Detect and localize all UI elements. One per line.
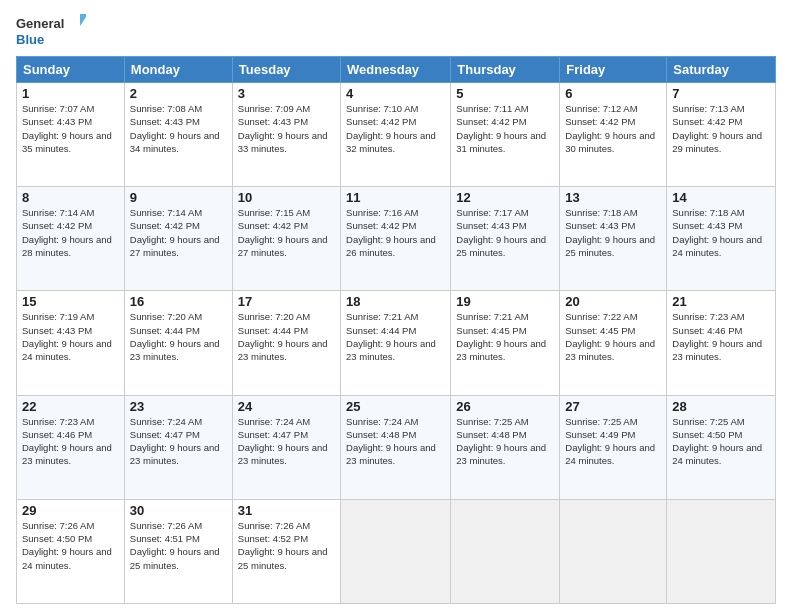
calendar-cell: 14 Sunrise: 7:18 AMSunset: 4:43 PMDaylig… xyxy=(667,187,776,291)
day-number: 20 xyxy=(565,294,661,309)
calendar-cell: 13 Sunrise: 7:18 AMSunset: 4:43 PMDaylig… xyxy=(560,187,667,291)
calendar-cell: 8 Sunrise: 7:14 AMSunset: 4:42 PMDayligh… xyxy=(17,187,125,291)
weekday-header-tuesday: Tuesday xyxy=(232,57,340,83)
calendar-cell: 10 Sunrise: 7:15 AMSunset: 4:42 PMDaylig… xyxy=(232,187,340,291)
calendar-cell: 11 Sunrise: 7:16 AMSunset: 4:42 PMDaylig… xyxy=(341,187,451,291)
svg-text:General: General xyxy=(16,16,64,31)
weekday-header-wednesday: Wednesday xyxy=(341,57,451,83)
day-number: 22 xyxy=(22,399,119,414)
day-info: Sunrise: 7:14 AMSunset: 4:42 PMDaylight:… xyxy=(130,207,220,258)
calendar-cell: 24 Sunrise: 7:24 AMSunset: 4:47 PMDaylig… xyxy=(232,395,340,499)
calendar-cell: 3 Sunrise: 7:09 AMSunset: 4:43 PMDayligh… xyxy=(232,83,340,187)
day-number: 21 xyxy=(672,294,770,309)
day-info: Sunrise: 7:25 AMSunset: 4:49 PMDaylight:… xyxy=(565,416,655,467)
day-info: Sunrise: 7:15 AMSunset: 4:42 PMDaylight:… xyxy=(238,207,328,258)
day-number: 30 xyxy=(130,503,227,518)
weekday-header-monday: Monday xyxy=(124,57,232,83)
day-info: Sunrise: 7:12 AMSunset: 4:42 PMDaylight:… xyxy=(565,103,655,154)
day-number: 29 xyxy=(22,503,119,518)
day-number: 16 xyxy=(130,294,227,309)
calendar-cell: 27 Sunrise: 7:25 AMSunset: 4:49 PMDaylig… xyxy=(560,395,667,499)
calendar-cell: 20 Sunrise: 7:22 AMSunset: 4:45 PMDaylig… xyxy=(560,291,667,395)
day-info: Sunrise: 7:14 AMSunset: 4:42 PMDaylight:… xyxy=(22,207,112,258)
weekday-header-sunday: Sunday xyxy=(17,57,125,83)
calendar-cell xyxy=(451,499,560,603)
weekday-header-saturday: Saturday xyxy=(667,57,776,83)
calendar-cell xyxy=(560,499,667,603)
calendar-cell: 9 Sunrise: 7:14 AMSunset: 4:42 PMDayligh… xyxy=(124,187,232,291)
day-info: Sunrise: 7:24 AMSunset: 4:47 PMDaylight:… xyxy=(238,416,328,467)
day-number: 31 xyxy=(238,503,335,518)
calendar-cell xyxy=(667,499,776,603)
day-number: 2 xyxy=(130,86,227,101)
day-number: 6 xyxy=(565,86,661,101)
calendar-cell: 30 Sunrise: 7:26 AMSunset: 4:51 PMDaylig… xyxy=(124,499,232,603)
day-info: Sunrise: 7:20 AMSunset: 4:44 PMDaylight:… xyxy=(130,311,220,362)
day-info: Sunrise: 7:25 AMSunset: 4:50 PMDaylight:… xyxy=(672,416,762,467)
day-info: Sunrise: 7:24 AMSunset: 4:48 PMDaylight:… xyxy=(346,416,436,467)
calendar-cell: 15 Sunrise: 7:19 AMSunset: 4:43 PMDaylig… xyxy=(17,291,125,395)
svg-marker-3 xyxy=(80,14,86,26)
calendar-cell: 22 Sunrise: 7:23 AMSunset: 4:46 PMDaylig… xyxy=(17,395,125,499)
day-number: 26 xyxy=(456,399,554,414)
day-info: Sunrise: 7:23 AMSunset: 4:46 PMDaylight:… xyxy=(22,416,112,467)
day-number: 9 xyxy=(130,190,227,205)
calendar-cell: 4 Sunrise: 7:10 AMSunset: 4:42 PMDayligh… xyxy=(341,83,451,187)
calendar-cell: 29 Sunrise: 7:26 AMSunset: 4:50 PMDaylig… xyxy=(17,499,125,603)
calendar-cell: 19 Sunrise: 7:21 AMSunset: 4:45 PMDaylig… xyxy=(451,291,560,395)
day-info: Sunrise: 7:11 AMSunset: 4:42 PMDaylight:… xyxy=(456,103,546,154)
day-number: 28 xyxy=(672,399,770,414)
day-info: Sunrise: 7:16 AMSunset: 4:42 PMDaylight:… xyxy=(346,207,436,258)
calendar-cell: 6 Sunrise: 7:12 AMSunset: 4:42 PMDayligh… xyxy=(560,83,667,187)
day-info: Sunrise: 7:24 AMSunset: 4:47 PMDaylight:… xyxy=(130,416,220,467)
day-number: 3 xyxy=(238,86,335,101)
calendar-cell: 31 Sunrise: 7:26 AMSunset: 4:52 PMDaylig… xyxy=(232,499,340,603)
day-info: Sunrise: 7:08 AMSunset: 4:43 PMDaylight:… xyxy=(130,103,220,154)
day-number: 11 xyxy=(346,190,445,205)
day-number: 23 xyxy=(130,399,227,414)
day-info: Sunrise: 7:07 AMSunset: 4:43 PMDaylight:… xyxy=(22,103,112,154)
day-number: 5 xyxy=(456,86,554,101)
calendar-cell: 25 Sunrise: 7:24 AMSunset: 4:48 PMDaylig… xyxy=(341,395,451,499)
day-info: Sunrise: 7:17 AMSunset: 4:43 PMDaylight:… xyxy=(456,207,546,258)
day-number: 19 xyxy=(456,294,554,309)
day-info: Sunrise: 7:23 AMSunset: 4:46 PMDaylight:… xyxy=(672,311,762,362)
day-number: 27 xyxy=(565,399,661,414)
day-info: Sunrise: 7:21 AMSunset: 4:44 PMDaylight:… xyxy=(346,311,436,362)
day-number: 25 xyxy=(346,399,445,414)
svg-text:Blue: Blue xyxy=(16,32,44,47)
day-number: 14 xyxy=(672,190,770,205)
logo: General Blue xyxy=(16,12,86,50)
calendar-cell: 26 Sunrise: 7:25 AMSunset: 4:48 PMDaylig… xyxy=(451,395,560,499)
day-info: Sunrise: 7:26 AMSunset: 4:50 PMDaylight:… xyxy=(22,520,112,571)
calendar-cell: 21 Sunrise: 7:23 AMSunset: 4:46 PMDaylig… xyxy=(667,291,776,395)
day-info: Sunrise: 7:26 AMSunset: 4:51 PMDaylight:… xyxy=(130,520,220,571)
day-number: 7 xyxy=(672,86,770,101)
calendar-cell: 17 Sunrise: 7:20 AMSunset: 4:44 PMDaylig… xyxy=(232,291,340,395)
day-info: Sunrise: 7:10 AMSunset: 4:42 PMDaylight:… xyxy=(346,103,436,154)
day-info: Sunrise: 7:26 AMSunset: 4:52 PMDaylight:… xyxy=(238,520,328,571)
day-info: Sunrise: 7:21 AMSunset: 4:45 PMDaylight:… xyxy=(456,311,546,362)
day-info: Sunrise: 7:22 AMSunset: 4:45 PMDaylight:… xyxy=(565,311,655,362)
calendar-cell xyxy=(341,499,451,603)
day-number: 4 xyxy=(346,86,445,101)
calendar-cell: 5 Sunrise: 7:11 AMSunset: 4:42 PMDayligh… xyxy=(451,83,560,187)
calendar-cell: 16 Sunrise: 7:20 AMSunset: 4:44 PMDaylig… xyxy=(124,291,232,395)
calendar-cell: 7 Sunrise: 7:13 AMSunset: 4:42 PMDayligh… xyxy=(667,83,776,187)
logo-svg: General Blue xyxy=(16,12,86,50)
day-number: 17 xyxy=(238,294,335,309)
day-number: 12 xyxy=(456,190,554,205)
day-number: 13 xyxy=(565,190,661,205)
calendar-cell: 1 Sunrise: 7:07 AMSunset: 4:43 PMDayligh… xyxy=(17,83,125,187)
calendar-cell: 2 Sunrise: 7:08 AMSunset: 4:43 PMDayligh… xyxy=(124,83,232,187)
day-info: Sunrise: 7:19 AMSunset: 4:43 PMDaylight:… xyxy=(22,311,112,362)
day-info: Sunrise: 7:09 AMSunset: 4:43 PMDaylight:… xyxy=(238,103,328,154)
day-number: 8 xyxy=(22,190,119,205)
calendar-cell: 18 Sunrise: 7:21 AMSunset: 4:44 PMDaylig… xyxy=(341,291,451,395)
day-number: 10 xyxy=(238,190,335,205)
day-info: Sunrise: 7:18 AMSunset: 4:43 PMDaylight:… xyxy=(672,207,762,258)
day-number: 15 xyxy=(22,294,119,309)
day-number: 1 xyxy=(22,86,119,101)
weekday-header-friday: Friday xyxy=(560,57,667,83)
calendar-cell: 12 Sunrise: 7:17 AMSunset: 4:43 PMDaylig… xyxy=(451,187,560,291)
